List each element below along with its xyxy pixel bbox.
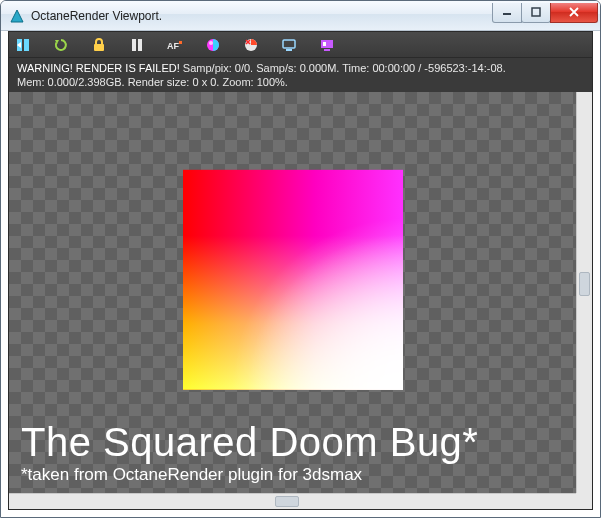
scrollbar-thumb-h[interactable] xyxy=(275,496,299,507)
app-icon xyxy=(9,8,25,24)
restart-icon[interactable] xyxy=(15,37,31,53)
status-metrics-1: Samp/pix: 0/0. Samp/s: 0.000M. Time: 00:… xyxy=(180,62,506,74)
viewport[interactable]: The Squared Doom Bug* *taken from Octane… xyxy=(9,92,576,493)
af-icon[interactable]: AF xyxy=(167,37,183,53)
svg-rect-5 xyxy=(132,39,136,51)
status-line-2: Mem: 0.000/2.398GB. Render size: 0 x 0. … xyxy=(17,75,584,89)
display-icon[interactable] xyxy=(281,37,297,53)
svg-rect-14 xyxy=(321,40,333,48)
status-line-1: WARNING! RENDER IS FAILED! Samp/pix: 0/0… xyxy=(17,61,584,75)
status-warning: WARNING! RENDER IS FAILED! xyxy=(17,62,180,74)
svg-rect-15 xyxy=(323,42,326,46)
scrollbar-thumb-v[interactable] xyxy=(579,272,590,296)
render-output xyxy=(183,169,403,389)
svg-rect-12 xyxy=(283,40,295,48)
close-button[interactable] xyxy=(550,3,598,23)
svg-rect-13 xyxy=(286,49,292,51)
svg-text:AF: AF xyxy=(167,41,179,51)
svg-rect-4 xyxy=(94,44,104,51)
window-controls xyxy=(493,3,598,23)
window-title: OctaneRender Viewport. xyxy=(31,9,493,23)
refresh-icon[interactable] xyxy=(53,37,69,53)
titlebar[interactable]: OctaneRender Viewport. xyxy=(1,1,600,31)
client-area: AF WARNING! RENDER IS FAILED! Samp/pix: … xyxy=(8,31,593,510)
maximize-button[interactable] xyxy=(521,3,551,23)
svg-rect-8 xyxy=(179,41,182,44)
lock-icon[interactable] xyxy=(91,37,107,53)
region-icon[interactable] xyxy=(243,37,259,53)
svg-point-10 xyxy=(209,41,213,45)
svg-rect-3 xyxy=(24,39,29,51)
status-bar: WARNING! RENDER IS FAILED! Samp/pix: 0/0… xyxy=(9,58,592,95)
color-sphere-icon[interactable] xyxy=(205,37,221,53)
pause-icon[interactable] xyxy=(129,37,145,53)
svg-rect-1 xyxy=(532,8,540,16)
svg-rect-16 xyxy=(324,49,330,51)
toolbar: AF xyxy=(9,32,592,58)
svg-rect-6 xyxy=(138,39,142,51)
minimize-button[interactable] xyxy=(492,3,522,23)
scrollbar-horizontal[interactable] xyxy=(9,493,576,509)
scrollbar-corner xyxy=(576,493,592,509)
scrollbar-vertical[interactable] xyxy=(576,92,592,493)
save-icon[interactable] xyxy=(319,37,335,53)
svg-rect-0 xyxy=(503,13,511,15)
app-window: OctaneRender Viewport. AF xyxy=(0,0,601,518)
